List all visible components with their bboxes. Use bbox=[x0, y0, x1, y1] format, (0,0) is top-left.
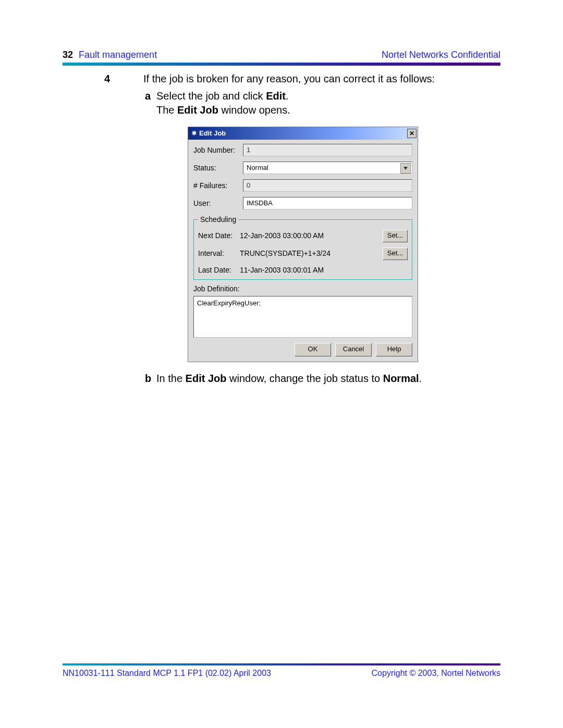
label-status: Status: bbox=[193, 163, 243, 173]
footer-left: NN10031-111 Standard MCP 1.1 FP1 (02.02)… bbox=[63, 669, 271, 678]
field-interval[interactable]: TRUNC(SYSDATE)+1+3/24 bbox=[240, 249, 380, 258]
close-icon[interactable]: ✕ bbox=[407, 129, 417, 138]
step-number: 4 bbox=[104, 72, 110, 86]
set-next-date-button[interactable]: Set... bbox=[383, 230, 408, 242]
page-number: 32 bbox=[63, 50, 73, 60]
confidential-label: Nortel Networks Confidential bbox=[382, 50, 500, 60]
step-b-prefix: b bbox=[145, 372, 151, 386]
step-b: b In the Edit Job window, change the job… bbox=[156, 372, 500, 386]
scheduling-legend: Scheduling bbox=[198, 215, 238, 225]
set-interval-button[interactable]: Set... bbox=[383, 248, 408, 260]
cancel-button[interactable]: Cancel bbox=[335, 343, 372, 356]
field-status[interactable]: Normal bbox=[243, 162, 412, 174]
field-failures: 0 bbox=[243, 179, 412, 192]
label-job-definition: Job Definition: bbox=[193, 284, 412, 294]
ok-button[interactable]: OK bbox=[295, 343, 331, 356]
label-job-number: Job Number: bbox=[193, 145, 243, 155]
app-icon: ✷ bbox=[191, 129, 197, 138]
footer-right: Copyright © 2003, Nortel Networks bbox=[372, 669, 500, 678]
header-left: 32 Fault management bbox=[63, 50, 157, 60]
step-intro: If the job is broken for any reason, you… bbox=[143, 72, 500, 86]
field-user[interactable]: IMSDBA bbox=[243, 197, 412, 209]
label-failures: # Failures: bbox=[193, 181, 243, 191]
scheduling-group: Scheduling Next Date: 12-Jan-2003 03:00:… bbox=[193, 215, 412, 280]
label-user: User: bbox=[193, 199, 243, 208]
help-button[interactable]: Help bbox=[376, 343, 412, 356]
step-b-text: In the Edit Job window, change the job s… bbox=[156, 373, 422, 384]
label-next-date: Next Date: bbox=[198, 231, 240, 241]
step-a-line2: The Edit Job window opens. bbox=[156, 103, 500, 117]
svg-marker-0 bbox=[403, 167, 408, 170]
edit-job-dialog: ✷ Edit Job ✕ Job Number: 1 Status: Norma… bbox=[188, 127, 418, 362]
label-interval: Interval: bbox=[198, 249, 240, 258]
step-a: a Select the job and click Edit. The Edi… bbox=[156, 89, 500, 117]
field-job-number: 1 bbox=[243, 144, 412, 156]
step-a-prefix: a bbox=[145, 89, 151, 103]
section-title: Fault management bbox=[79, 50, 157, 60]
footer-rule bbox=[63, 663, 500, 665]
field-job-definition[interactable]: ClearExpiryRegUser; bbox=[193, 296, 412, 338]
label-last-date: Last Date: bbox=[198, 265, 240, 275]
header-rule bbox=[63, 63, 500, 66]
chevron-down-icon[interactable] bbox=[400, 163, 411, 174]
dialog-titlebar: ✷ Edit Job ✕ bbox=[188, 127, 418, 140]
field-last-date: 11-Jan-2003 03:00:01 AM bbox=[240, 265, 408, 275]
step-a-text: Select the job and click Edit. bbox=[156, 90, 288, 102]
field-next-date[interactable]: 12-Jan-2003 03:00:00 AM bbox=[240, 231, 380, 241]
dialog-title: Edit Job bbox=[199, 129, 407, 138]
